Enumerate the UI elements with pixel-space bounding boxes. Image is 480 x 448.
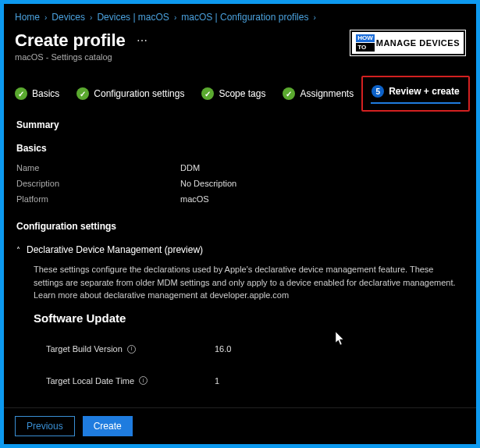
step-review-highlight: 5 Review + create [361,76,469,112]
info-icon[interactable]: i [127,345,136,354]
label-description: Description [16,179,180,188]
chevron-icon: › [90,13,92,22]
label-platform: Platform [16,194,180,204]
config-description: These settings configure the declaration… [34,263,464,302]
chevron-up-icon: ˄ [16,246,20,254]
wizard-steps: ✓ Basics ✓ Configuration settings ✓ Scop… [4,69,476,112]
breadcrumb: Home › Devices › Devices | macOS › macOS… [4,4,476,27]
page-title: Create profile [15,30,126,51]
page-subtitle: macOS - Settings catalog [15,52,148,62]
accordion-ddm[interactable]: ˄ Declarative Device Management (preview… [16,244,464,255]
breadcrumb-home[interactable]: Home [15,12,40,23]
step-review[interactable]: 5 Review + create [371,84,460,104]
field-target-build-version: Target Build Version i 16.0 [34,343,464,356]
basics-heading: Basics [16,143,464,154]
info-icon[interactable]: i [139,376,148,385]
chevron-icon: › [313,13,315,22]
more-menu-icon[interactable]: ⋯ [137,34,148,47]
step-label: Scope tags [219,88,265,99]
breadcrumb-devices-macos[interactable]: Devices | macOS [97,12,169,23]
label-name: Name [16,163,180,172]
kv-description: Description No Description [16,179,464,188]
step-label: Configuration settings [94,88,184,99]
chevron-icon: › [174,13,176,22]
previous-button[interactable]: Previous [15,416,75,436]
step-basics[interactable]: ✓ Basics [15,87,59,100]
check-icon: ✓ [283,87,295,100]
label-tldt: Target Local Date Time [46,375,134,388]
summary-heading: Summary [16,119,464,130]
check-icon: ✓ [201,87,214,100]
step-scope[interactable]: ✓ Scope tags [201,87,265,100]
value-name: DDM [180,163,200,172]
software-update-heading: Software Update [34,310,464,328]
create-button[interactable]: Create [83,416,133,436]
field-target-local-date-time: Target Local Date Time i 1 [34,375,464,388]
config-settings-heading: Configuration settings [16,221,464,232]
step-label: Assignments [300,88,354,99]
step-label: Basics [32,88,59,99]
step-label: Review + create [389,86,459,97]
check-icon: ✓ [15,87,27,100]
value-description: No Description [180,179,236,188]
accordion-label: Declarative Device Management (preview) [27,244,203,255]
chevron-icon: › [44,13,47,22]
step-config[interactable]: ✓ Configuration settings [76,87,184,100]
value-tbv: 16.0 [215,343,231,356]
step-assignments[interactable]: ✓ Assignments [283,87,354,100]
breadcrumb-config-profiles[interactable]: macOS | Configuration profiles [181,12,308,23]
footer-bar: Previous Create [4,407,476,444]
value-platform: macOS [180,194,209,204]
breadcrumb-devices[interactable]: Devices [52,12,85,23]
kv-name: Name DDM [16,163,464,172]
label-tbv: Target Build Version [46,343,123,356]
step-number-icon: 5 [372,85,384,98]
value-tldt: 1 [215,375,219,388]
kv-platform: Platform macOS [16,194,464,204]
check-icon: ✓ [76,87,89,100]
brand-logo: HOWTO MANAGE DEVICES [350,30,465,55]
